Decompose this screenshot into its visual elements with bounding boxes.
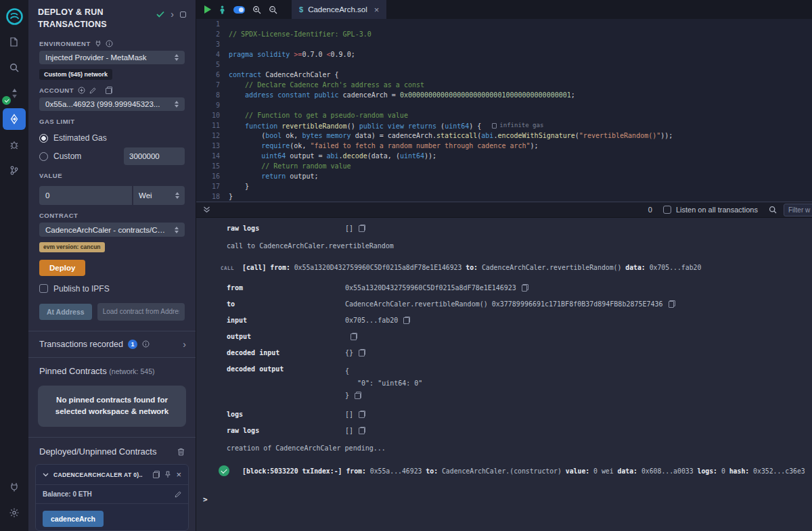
environment-label-text: ENVIRONMENT (39, 40, 91, 47)
log-value (345, 333, 357, 340)
function-button-cadencearch[interactable]: cadenceArch (43, 511, 104, 527)
code-line[interactable]: 14 uint64 output = abi.decode(data, (uin… (196, 151, 812, 161)
edit-icon[interactable] (89, 87, 96, 94)
copy-icon[interactable] (359, 225, 365, 232)
contract-card-header[interactable]: CADENCEARCHCALER AT 0)... × (36, 465, 188, 485)
panel-header: DEPLOY & RUN TRANSACTIONS › (28, 0, 196, 33)
chevron-right-icon[interactable]: › (183, 340, 186, 349)
code-line[interactable]: 4pragma solidity >=0.7.0 <0.9.0; (196, 49, 812, 60)
debugger-icon[interactable] (3, 134, 26, 156)
publish-ipfs-row[interactable]: Publish to IPFS (39, 284, 185, 294)
listen-all-checkbox[interactable] (663, 206, 671, 214)
code-line[interactable]: 18} (196, 191, 812, 202)
chevron-right-icon[interactable]: › (171, 9, 174, 19)
copy-icon[interactable] (522, 284, 528, 292)
listen-all-label: Listen on all transactions (676, 206, 758, 214)
terminal-filter-input[interactable] (784, 204, 812, 216)
copy-icon[interactable] (351, 333, 357, 340)
code-line[interactable]: 15 // Return random value (196, 161, 812, 171)
code-line[interactable]: 6contract CadenceArchCaler { (196, 70, 812, 80)
line-number: 4 (196, 49, 229, 60)
line-number: 18 (196, 191, 229, 202)
publish-ipfs-checkbox[interactable] (39, 284, 48, 293)
deploy-button[interactable]: Deploy (39, 260, 85, 276)
code-line[interactable]: 3 (196, 39, 812, 49)
line-number: 12 (196, 131, 229, 141)
copy-icon[interactable] (403, 317, 410, 324)
code-line[interactable]: 7 // Declare Cadence Arch's address as a… (196, 80, 812, 90)
add-account-icon[interactable] (78, 87, 85, 94)
account-label: ACCOUNT (39, 87, 185, 94)
git-icon[interactable] (3, 160, 26, 181)
remix-logo[interactable] (3, 5, 26, 27)
main-area: $ CadenceArch.sol × 12// SPDX-License-Id… (196, 0, 812, 531)
copy-icon[interactable] (669, 300, 675, 308)
radio-icon[interactable] (39, 152, 48, 161)
copy-icon[interactable] (153, 471, 160, 478)
radio-selected-icon[interactable] (39, 134, 48, 143)
code-line[interactable]: 8 address constant public cadenceArch = … (196, 90, 812, 100)
info-icon[interactable] (106, 40, 113, 47)
edit-icon[interactable] (175, 491, 181, 498)
code-editor[interactable]: 12// SPDX-License-Identifier: GPL-3.034p… (196, 19, 812, 202)
code-line[interactable]: 12 (bool ok, bytes memory data) = cadenc… (196, 131, 812, 141)
log-value: { "0": "uint64: 0"} (345, 365, 422, 402)
search-icon[interactable] (3, 57, 26, 78)
expand-terminal-icon[interactable] (203, 206, 210, 213)
terminal-call-row[interactable]: CALL[call] from: 0x55a1320D432759960C5Df… (196, 256, 812, 279)
line-content: } (229, 191, 233, 202)
custom-gas-input[interactable] (124, 147, 185, 165)
code-line[interactable]: 17 } (196, 181, 812, 191)
copy-icon[interactable] (359, 349, 365, 356)
code-line[interactable]: 2// SPDX-License-Identifier: GPL-3.0 (196, 29, 812, 39)
estimated-gas-option[interactable]: Estimated Gas (39, 133, 185, 143)
code-line[interactable]: 16 return output; (196, 171, 812, 181)
environment-select[interactable]: Injected Provider - MetaMask (39, 51, 185, 64)
zoom-out-icon[interactable] (269, 5, 277, 14)
terminal-success-row[interactable]: [block:5033220 txIndex:-] from: 0x55a...… (196, 458, 812, 484)
terminal[interactable]: raw logs[]call to CadenceArchCaler.rever… (196, 218, 812, 531)
code-line[interactable]: 11 function revertibleRandom() public vi… (196, 120, 812, 131)
copy-icon[interactable] (106, 87, 112, 94)
code-line[interactable]: 9 (196, 100, 812, 110)
environment-value: Injected Provider - MetaMask (45, 53, 147, 62)
copy-icon[interactable] (359, 411, 365, 418)
line-number: 5 (196, 60, 229, 70)
code-line[interactable]: 5 (196, 60, 812, 70)
file-explorer-icon[interactable] (3, 31, 26, 53)
terminal-toolbar: 0 Listen on all transactions (196, 202, 812, 218)
deploy-run-icon[interactable] (3, 108, 26, 130)
run-script-icon[interactable] (204, 5, 211, 14)
value-input[interactable] (39, 186, 132, 205)
code-line[interactable]: 13 require(ok, "failed to fetch a random… (196, 141, 812, 151)
solidity-file-icon: $ (299, 5, 303, 14)
info-icon[interactable] (142, 340, 150, 348)
walkthrough-icon[interactable] (219, 5, 226, 14)
code-line[interactable]: 1 (196, 19, 812, 29)
close-icon[interactable]: × (176, 470, 181, 479)
at-address-button[interactable]: At Address (39, 304, 92, 320)
pin-icon[interactable] (164, 471, 171, 478)
popout-icon[interactable] (180, 11, 186, 18)
transactions-recorded-row[interactable]: Transactions recorded 1 › (28, 331, 196, 357)
account-select[interactable]: 0x55a...46923 (999.999945323... (39, 97, 185, 111)
editor-tab-cadencearch[interactable]: $ CadenceArch.sol × (292, 0, 386, 19)
value-unit-select[interactable]: Wei (133, 186, 185, 205)
custom-gas-option[interactable]: Custom (39, 152, 81, 161)
terminal-prompt[interactable]: > (196, 484, 812, 504)
contract-functions: cadenceArch revertibleRa... (36, 504, 188, 531)
preview-toggle-icon[interactable] (233, 6, 245, 14)
copy-icon[interactable] (355, 392, 361, 399)
contract-select[interactable]: CadenceArchCaler - contracts/Cac... (39, 223, 185, 236)
line-content: // Function to get a pseudo-random value (229, 110, 408, 120)
terminal-search-icon[interactable] (769, 206, 777, 214)
trash-icon[interactable] (177, 448, 185, 456)
at-address-input[interactable] (97, 303, 185, 321)
code-line[interactable]: 10 // Function to get a pseudo-random va… (196, 110, 812, 120)
zoom-in-icon[interactable] (252, 5, 261, 14)
copy-icon[interactable] (359, 427, 365, 434)
settings-icon[interactable] (3, 502, 26, 524)
solidity-compiler-icon[interactable] (3, 83, 26, 104)
plugin-manager-icon[interactable] (3, 476, 26, 498)
close-tab-icon[interactable]: × (374, 5, 380, 15)
